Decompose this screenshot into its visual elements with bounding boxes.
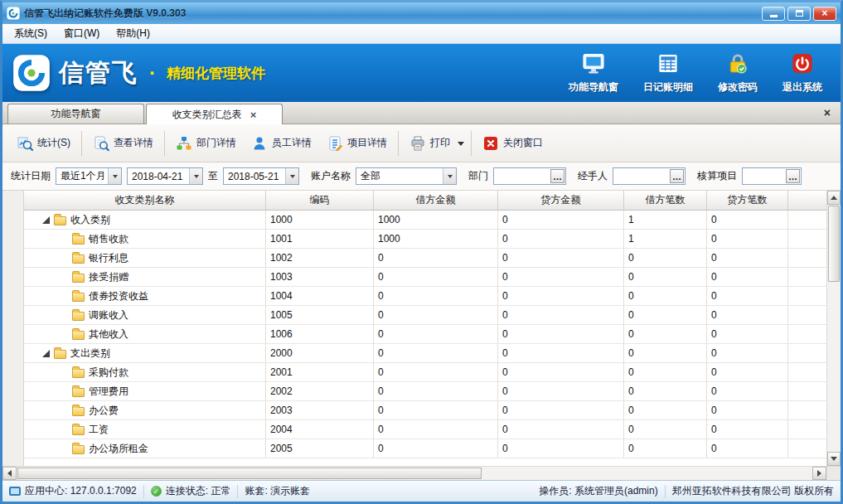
stat-chart-magnifier-icon (17, 135, 33, 152)
chevron-down-icon[interactable] (189, 168, 202, 184)
chevron-down-icon[interactable] (108, 168, 121, 184)
debit-amount-cell: 0 (374, 344, 498, 362)
tab-strip-close-button[interactable]: × (819, 106, 836, 119)
ellipsis-button[interactable]: … (786, 169, 800, 183)
minimize-icon (770, 15, 778, 17)
credit-amount-cell: 0 (498, 420, 624, 439)
column-header-name[interactable]: 收支类别名称 (24, 191, 266, 210)
filter-bar: 统计日期 最近1个月 2018-04-21 至 2018-05-21 账户名称 … (2, 162, 841, 191)
horizontal-scrollbar[interactable] (2, 467, 826, 480)
horizontal-scrollbar-row (2, 466, 841, 480)
debit-amount-cell: 0 (374, 268, 498, 286)
credit-count-cell: 0 (707, 306, 788, 324)
table-row[interactable]: 办公场所租金 2005 0 0 0 0 (24, 439, 826, 458)
ellipsis-button[interactable]: … (670, 169, 684, 183)
project-document-icon (327, 135, 343, 152)
table-row[interactable]: 接受捐赠 1003 0 0 0 0 (24, 268, 826, 287)
toolbar-separator (164, 131, 165, 156)
debit-amount-cell: 0 (374, 287, 498, 305)
scroll-down-button[interactable] (827, 452, 841, 466)
table-row[interactable]: 收入类别 1000 1000 0 1 0 (24, 211, 826, 230)
table-row[interactable]: 管理费用 2002 0 0 0 0 (24, 382, 826, 401)
expand-collapse-icon[interactable] (42, 350, 50, 357)
credit-count-cell: 0 (707, 287, 788, 305)
connection-ok-icon: ✓ (151, 486, 162, 497)
project-input[interactable]: … (742, 167, 802, 185)
nav-window-button[interactable]: 功能导航窗 (569, 52, 618, 94)
folder-icon (72, 445, 85, 454)
exit-system-button[interactable]: 退出系统 (782, 52, 822, 94)
expand-collapse-icon[interactable] (42, 216, 50, 224)
category-name: 销售收款 (89, 232, 128, 246)
column-header-code[interactable]: 编码 (266, 191, 374, 210)
code-cell: 1005 (266, 306, 374, 324)
table-row[interactable]: 采购付款 2001 0 0 0 0 (24, 363, 826, 382)
window-controls: × (762, 7, 836, 21)
ellipsis-button[interactable]: … (550, 169, 564, 183)
table-row[interactable]: 支出类别 2000 0 0 0 0 (24, 344, 826, 363)
tab-close-icon[interactable]: × (250, 109, 257, 120)
table-row[interactable]: 办公费 2003 0 0 0 0 (24, 401, 826, 420)
table-row[interactable]: 销售收款 1001 1000 0 1 0 (24, 230, 826, 249)
table-row[interactable]: 债券投资收益 1004 0 0 0 0 (24, 287, 826, 306)
column-header-credit-count[interactable]: 贷方笔数 (707, 191, 788, 210)
stat-button[interactable]: 统计(S) (9, 128, 78, 158)
print-button[interactable]: 打印 (402, 128, 458, 158)
department-input[interactable]: … (493, 167, 566, 185)
tab-nav-window[interactable]: 功能导航窗 (7, 104, 144, 124)
app-logo-icon (7, 7, 20, 20)
column-header-debit[interactable]: 借方金额 (374, 191, 498, 210)
chevron-down-icon[interactable] (443, 168, 456, 184)
change-password-button[interactable]: 修改密码 (718, 52, 758, 94)
handler-input[interactable]: … (613, 167, 686, 185)
code-cell: 1003 (266, 268, 374, 286)
column-header-debit-count[interactable]: 借方笔数 (624, 191, 707, 210)
maximize-icon (796, 10, 803, 17)
connection-status: ✓ 连接状态: 正常 (151, 484, 231, 498)
brand: 信管飞 · 精细化管理软件 (12, 54, 265, 92)
vertical-scrollbar[interactable] (826, 191, 841, 466)
menu-system[interactable]: 系统(S) (6, 24, 56, 43)
toolbar-separator (471, 131, 472, 156)
debit-count-cell: 1 (624, 211, 707, 229)
category-name: 调账收入 (89, 308, 128, 322)
account-select[interactable]: 全部 (356, 167, 457, 185)
scroll-right-button[interactable] (812, 467, 826, 480)
credit-amount-cell: 0 (498, 439, 624, 458)
vertical-scroll-thumb[interactable] (828, 206, 840, 282)
scroll-left-button[interactable] (2, 467, 17, 480)
account-label: 账户名称 (311, 169, 351, 183)
table-row[interactable]: 工资 2004 0 0 0 0 (24, 420, 826, 439)
view-detail-button[interactable]: 查看详情 (85, 128, 161, 158)
filler-cell (788, 363, 826, 381)
journal-detail-button[interactable]: 日记账明细 (643, 52, 693, 94)
print-dropdown-button[interactable] (458, 142, 464, 149)
chevron-down-icon[interactable] (285, 168, 298, 184)
status-bar: 应用中心: 127.0.0.1:7092 ✓ 连接状态: 正常 账套: 演示账套… (2, 480, 841, 502)
table-row[interactable]: 其他收入 1006 0 0 0 0 (24, 325, 826, 344)
scroll-up-button[interactable] (827, 191, 841, 205)
window-title: 信管飞出纳记账软件免费版 V9.0.303 (24, 7, 186, 21)
proj-detail-button[interactable]: 项目详情 (319, 128, 395, 158)
minimize-button[interactable] (762, 7, 785, 21)
maximize-button[interactable] (787, 7, 811, 21)
tab-report[interactable]: 收支类别汇总表 × (146, 104, 283, 124)
menu-window[interactable]: 窗口(W) (56, 24, 108, 43)
column-header-credit[interactable]: 贷方金额 (498, 191, 624, 210)
date-to-select[interactable]: 2018-05-21 (223, 167, 299, 185)
date-range-select[interactable]: 最近1个月 (56, 167, 122, 185)
debit-count-cell: 0 (624, 344, 707, 362)
date-from-select[interactable]: 2018-04-21 (127, 167, 203, 185)
filler-cell (788, 325, 826, 343)
close-window-button[interactable]: 关闭窗口 (475, 128, 550, 158)
folder-icon (72, 254, 85, 264)
dept-detail-button[interactable]: 部门详情 (168, 128, 244, 158)
emp-detail-button[interactable]: 员工详情 (244, 128, 319, 158)
table-row[interactable]: 银行利息 1002 0 0 0 0 (24, 249, 826, 268)
category-name: 其他收入 (89, 327, 128, 342)
horizontal-scroll-thumb[interactable] (17, 468, 482, 479)
table-row[interactable]: 调账收入 1005 0 0 0 0 (24, 306, 826, 325)
close-button[interactable]: × (813, 7, 836, 21)
menu-help[interactable]: 帮助(H) (108, 24, 158, 43)
category-name-cell: 采购付款 (24, 363, 266, 381)
